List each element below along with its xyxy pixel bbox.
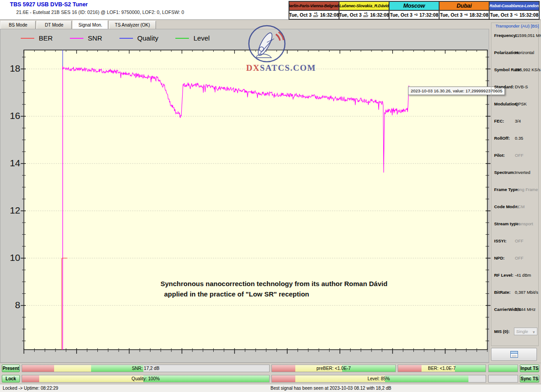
transponder-row-rolloff-: RollOff:0.35: [494, 136, 537, 142]
transport-list-button[interactable]: [491, 348, 537, 361]
tab-bs-mode[interactable]: BS Mode: [0, 21, 36, 29]
sync-ts-button[interactable]: Sync TS: [520, 375, 539, 383]
transponder-row-rf-level-: RF Level:-41 dBm: [494, 273, 537, 279]
legend-line-icon: [70, 38, 83, 39]
clock-city: Dubai: [440, 2, 489, 11]
gauge-label: SNR: 17,2 dB: [22, 365, 269, 372]
transponder-subtitle: 21.6E - Eutelsat 21B SES 16 (ID: 0216) @…: [16, 9, 184, 15]
clock-time: Tue, Oct 3+317:32:08: [390, 11, 439, 19]
field-value: Transport: [515, 221, 533, 226]
tab-dt-mode[interactable]: DT Mode: [37, 21, 72, 29]
y-axis-tick-label: 8: [0, 300, 20, 310]
field-value: CCM: [515, 204, 525, 209]
transponder-row-pilot-: Pilot:OFF: [494, 153, 537, 159]
sync-ts-gauge: [488, 375, 518, 383]
annotation-line2: applied in the practice of "Low SR" rece…: [160, 289, 387, 299]
transponder-row-spectrum-: Spectrum:Inverted: [494, 170, 537, 176]
clock-2: Lučenec-Slovakia_R.DávidTue, Oct 3+1DST1…: [339, 2, 390, 19]
transponder-groupbox: Transponder (AU) [BS] MIS (0): Single▼ F…: [491, 23, 539, 346]
field-value: 0.35: [515, 136, 523, 141]
field-value: OFF: [515, 153, 523, 158]
snr-gauge: SNR: 17,2 dB: [22, 365, 270, 372]
clock-time: Tue, Oct 3+418:32:08: [440, 11, 489, 19]
clock-4: DubaiTue, Oct 3+418:32:08: [440, 2, 490, 19]
field-value: DVB-S: [515, 84, 528, 89]
lock-button[interactable]: Lock: [2, 375, 20, 383]
field-label: BitRate:: [494, 290, 510, 295]
field-value: QPSK: [515, 101, 527, 106]
y-axis-tick-label: 18: [0, 63, 20, 74]
tab-ts-analyzer-ok-[interactable]: TS Analyzer (OK): [109, 21, 156, 29]
gauge-label: BER: <1.0E-7: [398, 365, 486, 372]
clock-time: Tue, Oct 3+1DST16:32:08: [289, 11, 339, 19]
app-title: TBS 5927 USB DVB-S2 Tuner: [10, 1, 88, 8]
transponder-row-stream-type-: Stream type:Transport: [494, 221, 537, 228]
transponder-row-standard-: Standard:DVB-S: [494, 84, 537, 91]
transponder-row-carrierwidth-: CarrierWidth:0,344 MHz: [494, 307, 537, 313]
field-value: 3/4: [515, 119, 521, 123]
clock-city: Moscow: [390, 2, 439, 11]
field-label: RollOff:: [494, 136, 510, 141]
transponder-panel: Transponder (AU) [BS] MIS (0): Single▼ F…: [489, 19, 541, 364]
chevron-down-icon: ▼: [532, 329, 536, 336]
gauge-label: Level: 85%: [272, 375, 486, 382]
transponder-row-modulation-: Modulation:QPSK: [494, 101, 537, 108]
field-label: Spectrum:: [494, 170, 515, 175]
signal-gauges-area: Present SNR: 17,2 dB preBER: <1.0E-7 BER…: [0, 363, 541, 384]
transponder-row-symbol-rate-: Symbol Rate:255,992 KS/s: [494, 67, 537, 73]
quality-gauge: Quality: 100%: [22, 375, 270, 383]
field-value: 11599,051 MHz: [515, 33, 541, 38]
y-axis-tick-label: 16: [0, 110, 20, 121]
clock-1: Berlin-Paris-Vienna-BelgradeTue, Oct 3+1…: [289, 2, 339, 19]
field-value: OFF: [515, 255, 523, 260]
legend-item-quality: Quality: [119, 34, 159, 42]
signal-monitor-chart-panel: BERSNRQualityLevel Synchronous nanocorre…: [0, 29, 489, 363]
mis-dropdown[interactable]: Single▼: [514, 328, 537, 335]
tab-bar: BS ModeDT ModeSignal Mon.TS Analyzer (OK…: [0, 20, 489, 29]
preber-gauge: preBER: <1.0E-7: [271, 365, 396, 372]
clock-city: Berlin-Paris-Vienna-Belgrade: [289, 2, 339, 11]
tab-signal-mon-[interactable]: Signal Mon.: [73, 20, 108, 29]
chart-annotation: Synchronous nanocorrection technology fr…: [160, 278, 387, 299]
clock-city: Rabat-Casablanca-London: [490, 2, 539, 11]
present-button[interactable]: Present: [2, 365, 20, 372]
field-label: FEC:: [494, 119, 504, 123]
titlebar: TBS 5927 USB DVB-S2 Tuner 21.6E - Eutels…: [0, 0, 541, 20]
mis-value: Single: [516, 329, 528, 334]
legend-item-snr: SNR: [70, 34, 102, 42]
transponder-row-fec-: FEC:3/4: [494, 119, 537, 125]
field-label: Frequency:: [494, 33, 517, 38]
clock-city: Lučenec-Slovakia_R.Dávid: [339, 2, 389, 11]
status-bar: Locked -> Uptime: 08:22:29 Best signal h…: [0, 384, 541, 392]
legend-item-level: Level: [175, 34, 210, 42]
y-axis-tick-label: 14: [0, 158, 20, 169]
field-value: Long Frame: [515, 187, 538, 192]
gauge-label: preBER: <1.0E-7: [272, 365, 395, 372]
gauge-label: Quality: 100%: [22, 375, 269, 382]
field-value: 0,387 Mbit/s: [515, 290, 538, 295]
annotation-line1: Synchronous nanocorrection technology fr…: [160, 278, 387, 289]
field-value: OFF: [515, 238, 523, 243]
gauge-zone-green: [489, 365, 518, 372]
clock-time: Tue, Oct 3+115:32:08: [490, 11, 539, 19]
transponder-row-bitrate-: BitRate:0,387 Mbit/s: [494, 290, 537, 296]
transponder-row-polarization-: Polarization:Horizontal: [494, 50, 537, 56]
field-value: Inverted: [515, 170, 530, 175]
input-ts-gauge: [488, 365, 518, 372]
best-signal-status: Best signal has been seen at 2023-10-03 …: [270, 386, 391, 391]
legend-line-icon: [119, 38, 133, 39]
transponder-title: Transponder (AU) [BS]: [495, 23, 540, 28]
input-ts-button[interactable]: Input TS: [520, 365, 539, 372]
mis-row: MIS (0): Single▼: [494, 328, 537, 336]
transponder-row-frame-type-: Frame Type:Long Frame: [494, 187, 537, 193]
clock-time: Tue, Oct 3+1DST16:32:08: [339, 11, 389, 19]
field-value: -41 dBm: [515, 273, 531, 278]
transponder-row-code-mode-: Code Mode:CCM: [494, 204, 537, 210]
ber-gauge: BER: <1.0E-7: [398, 365, 486, 372]
field-label: NPD:: [494, 255, 504, 260]
field-label: Pilot:: [494, 153, 505, 158]
transponder-row-npd-: NPD:OFF: [494, 255, 537, 262]
transponder-row-frequency-: Frequency:11599,051 MHz: [494, 33, 537, 39]
legend-line-icon: [175, 38, 189, 39]
legend-line-icon: [21, 38, 34, 39]
